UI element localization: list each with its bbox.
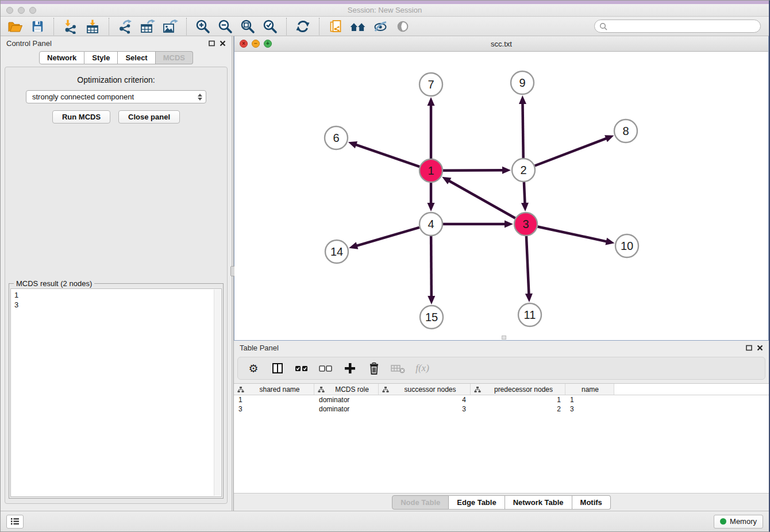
column-header-mcds-role[interactable]: MCDS role	[314, 384, 379, 395]
import-network-icon[interactable]	[61, 18, 79, 34]
tab-network[interactable]: Network	[39, 51, 84, 64]
select-all-icon[interactable]	[294, 361, 309, 376]
column-tree-icon	[318, 386, 325, 393]
select-stepper-icon	[198, 94, 202, 101]
import-table-icon[interactable]	[84, 18, 101, 34]
cell-predecessor-nodes[interactable]: 1	[471, 396, 565, 404]
optimization-criterion-select[interactable]: strongly connected component	[26, 90, 206, 103]
close-panel-icon[interactable]	[757, 345, 763, 351]
network-view-window: × − + scc.txt 7968124314101511	[234, 36, 769, 341]
export-table-icon[interactable]	[139, 18, 156, 34]
column-header-successor-nodes[interactable]: successor nodes	[379, 384, 471, 395]
tab-style[interactable]: Style	[84, 51, 118, 64]
cell-name[interactable]: 3	[565, 405, 614, 413]
graph-edge-arrowhead	[605, 238, 614, 245]
close-panel-icon[interactable]	[220, 40, 226, 47]
result-scrollbar[interactable]	[214, 290, 221, 496]
graph-edge-1-6[interactable]	[355, 144, 419, 167]
tab-select[interactable]: Select	[118, 51, 155, 64]
column-header-predecessor-nodes[interactable]: predecessor nodes	[471, 384, 565, 395]
table-row[interactable]: 3 dominator 3 2 3	[234, 404, 769, 414]
open-session-icon[interactable]	[6, 18, 24, 34]
graph-edge-arrowhead	[428, 97, 435, 106]
graph-node-label: 7	[428, 78, 434, 91]
table-settings-gear-icon[interactable]: ⚙	[246, 361, 261, 376]
tab-edge-table[interactable]: Edge Table	[449, 495, 505, 510]
close-panel-button[interactable]: Close panel	[118, 110, 180, 124]
show-graphics-details-icon[interactable]	[372, 18, 389, 34]
graph-edge-3-1[interactable]	[448, 180, 515, 218]
refresh-icon[interactable]	[294, 18, 311, 34]
tab-mcds[interactable]: MCDS	[156, 51, 193, 64]
show-columns-icon[interactable]	[270, 361, 285, 376]
graph-edge-arrowhead	[428, 203, 435, 211]
graph-edge-arrowhead	[428, 296, 435, 304]
float-panel-icon[interactable]	[209, 40, 215, 47]
graph-edge-arrowhead	[521, 203, 529, 211]
graph-edge-2-8[interactable]	[535, 138, 608, 165]
search-field[interactable]	[594, 20, 761, 33]
birds-eye-view-icon[interactable]	[394, 18, 411, 34]
graph-edge-2-9[interactable]	[522, 102, 523, 158]
cell-predecessor-nodes[interactable]: 2	[471, 405, 565, 413]
graph-edge-1-2[interactable]	[443, 170, 504, 171]
task-history-button[interactable]	[6, 515, 24, 529]
graph-node-label: 1	[428, 164, 434, 177]
unselect-all-icon[interactable]	[318, 361, 333, 376]
graph-edge-4-15[interactable]	[431, 236, 432, 298]
memory-button[interactable]: Memory	[714, 515, 763, 529]
export-network-icon[interactable]	[117, 18, 134, 34]
search-input[interactable]	[610, 22, 756, 30]
column-header-name[interactable]: name	[565, 384, 614, 395]
tab-node-table[interactable]: Node Table	[392, 495, 449, 510]
column-tree-icon	[474, 386, 481, 393]
add-column-icon[interactable]	[342, 361, 357, 376]
graph-edge-3-11[interactable]	[526, 236, 529, 295]
function-builder-icon-disabled: f(x)	[415, 361, 430, 376]
export-image-icon[interactable]	[161, 18, 179, 34]
clone-network-icon[interactable]	[327, 18, 344, 34]
network-canvas[interactable]: 7968124314101511	[234, 52, 768, 340]
mcds-result-list[interactable]: 1 3	[10, 288, 222, 497]
cell-successor-nodes[interactable]: 4	[379, 396, 471, 404]
panel-splitter[interactable]	[232, 36, 234, 511]
tab-network-table[interactable]: Network Table	[505, 495, 572, 510]
tab-motifs[interactable]: Motifs	[572, 495, 611, 510]
cell-successor-nodes[interactable]: 3	[379, 405, 471, 413]
cell-mcds-role[interactable]: dominator	[314, 405, 379, 413]
table-row[interactable]: 1 dominator 4 1 1	[234, 395, 769, 404]
run-mcds-button[interactable]: Run MCDS	[52, 110, 110, 124]
network-graph: 7968124314101511	[234, 52, 768, 340]
graph-edge-2-3[interactable]	[524, 182, 525, 205]
graph-edge-4-14[interactable]	[356, 228, 419, 246]
column-tree-icon	[237, 386, 244, 393]
control-panel: Control Panel Network Style Select MCDS …	[1, 36, 232, 511]
cell-mcds-role[interactable]: dominator	[314, 396, 379, 404]
cell-shared-name[interactable]: 1	[234, 396, 314, 404]
canvas-splitter-grip[interactable]	[502, 336, 506, 340]
network-window-titlebar[interactable]: × − + scc.txt	[234, 36, 768, 52]
home-icon[interactable]	[349, 18, 367, 34]
graph-edge-3-10[interactable]	[538, 226, 608, 241]
zoom-in-icon[interactable]	[194, 18, 211, 34]
graph-edge-arrowhead	[349, 242, 358, 249]
toolbar-separator	[109, 18, 109, 35]
table-header-row: shared name MCDS role successor nodes	[234, 384, 769, 395]
mcds-result-line: 1	[14, 290, 221, 300]
main-toolbar	[1, 17, 769, 36]
save-session-icon[interactable]	[29, 18, 46, 34]
cell-shared-name[interactable]: 3	[234, 405, 314, 413]
graph-node-label: 6	[333, 132, 339, 144]
zoom-out-icon[interactable]	[217, 18, 234, 34]
float-panel-icon[interactable]	[746, 345, 752, 351]
column-header-shared-name[interactable]: shared name	[234, 384, 314, 395]
node-table[interactable]: shared name MCDS role successor nodes	[234, 383, 769, 494]
zoom-selected-icon[interactable]	[261, 18, 279, 34]
cell-name[interactable]: 1	[565, 396, 614, 404]
graph-edge-arrowhead	[505, 221, 513, 228]
table-panel: Table Panel ⚙	[234, 341, 769, 511]
search-icon	[599, 22, 607, 30]
zoom-fit-icon[interactable]	[239, 18, 256, 34]
graph-node-label: 14	[330, 245, 343, 258]
delete-icon[interactable]	[367, 361, 382, 376]
